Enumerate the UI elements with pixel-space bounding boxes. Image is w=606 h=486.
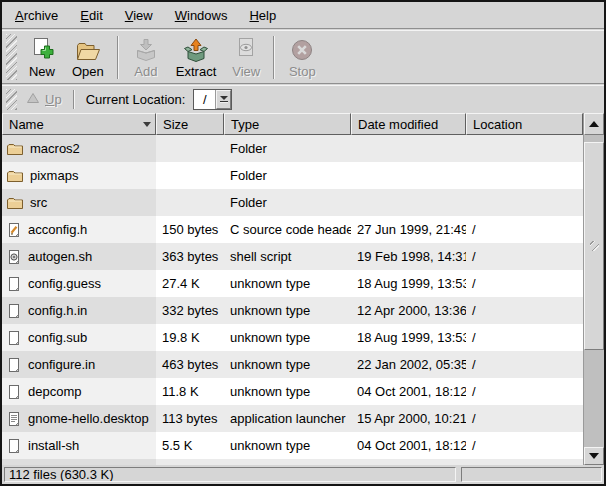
- column-header-label: Location: [473, 117, 522, 132]
- file-row[interactable]: pixmapsFolder: [2, 162, 583, 189]
- column-header-label: Type: [231, 117, 259, 132]
- cell-size: [156, 459, 224, 465]
- file-row[interactable]: gnome-hello.desktop113 bytesapplication …: [2, 405, 583, 432]
- cell-date: 22 Jan 2002, 05:35: [351, 351, 466, 378]
- menu-archive[interactable]: Archive: [4, 5, 69, 26]
- cell-size: 363 bytes: [156, 243, 224, 270]
- toolbar-buttons: NewOpenAddExtractViewStop: [20, 33, 324, 82]
- toolbar-drag-handle[interactable]: [6, 34, 17, 80]
- column-header-label: Date modified: [358, 117, 438, 132]
- file-name: src: [30, 195, 47, 210]
- scrollbar-up-button[interactable]: [584, 113, 604, 135]
- document-icon: [6, 357, 22, 373]
- menu-edit[interactable]: Edit: [69, 5, 113, 26]
- file-row[interactable]: acconfig.h150 bytesC source code header2…: [2, 216, 583, 243]
- file-name: config.h.in: [28, 303, 87, 318]
- cell-type: unknown type: [224, 378, 351, 405]
- cell-location: [466, 189, 583, 216]
- cell-size: 27.4 K: [156, 270, 224, 297]
- menubar: Archive Edit View Windows Help: [2, 2, 604, 28]
- cell-location: /: [466, 216, 583, 243]
- column-header-location[interactable]: Location: [466, 113, 583, 135]
- cell-type: shell script: [224, 243, 351, 270]
- document-icon: [6, 465, 22, 466]
- file-row[interactable]: srcFolder: [2, 189, 583, 216]
- locationbar-drag-handle[interactable]: [6, 89, 17, 110]
- script-file-icon: [6, 249, 22, 265]
- cell-name: macros2: [2, 135, 156, 162]
- extract-icon: [182, 35, 210, 63]
- scrollbar-down-button[interactable]: [584, 447, 604, 465]
- scroll-up-icon: [589, 121, 599, 127]
- column-header-type[interactable]: Type: [224, 113, 351, 135]
- cell-size: 332 bytes: [156, 297, 224, 324]
- file-row[interactable]: install-sh5.5 Kunknown type04 Oct 2001, …: [2, 432, 583, 459]
- cell-name: config.sub: [2, 324, 156, 351]
- cell-size: 5.5 K: [156, 432, 224, 459]
- cell-date: 04 Oct 2001, 18:12: [351, 378, 466, 405]
- cell-type: [224, 459, 351, 465]
- document-icon: [6, 276, 22, 292]
- file-row[interactable]: depcomp11.8 Kunknown type04 Oct 2001, 18…: [2, 378, 583, 405]
- folder-icon: [6, 195, 24, 211]
- file-name: pixmaps: [30, 168, 78, 183]
- cell-date: [351, 189, 466, 216]
- combo-dropdown-icon[interactable]: [216, 90, 231, 109]
- file-row[interactable]: config.sub19.8 Kunknown type18 Aug 1999,…: [2, 324, 583, 351]
- vertical-scrollbar: [583, 113, 604, 465]
- folder-icon: [6, 168, 24, 184]
- column-header-label: Name: [9, 117, 44, 132]
- cell-size: 463 bytes: [156, 351, 224, 378]
- extract-button[interactable]: Extract: [168, 33, 224, 82]
- cell-name: autogen.sh: [2, 243, 156, 270]
- cell-type: C source code header: [224, 216, 351, 243]
- cell-location: /: [466, 270, 583, 297]
- column-header-name[interactable]: Name: [2, 113, 156, 135]
- scrollbar-track[interactable]: [584, 135, 604, 447]
- cell-type: Folder: [224, 135, 351, 162]
- current-location-select[interactable]: /: [193, 89, 232, 110]
- cell-name: configure.in: [2, 351, 156, 378]
- cell-location: /: [466, 324, 583, 351]
- cell-name: src: [2, 189, 156, 216]
- document-icon: [6, 330, 22, 346]
- toolbar: NewOpenAddExtractViewStop: [2, 31, 604, 83]
- file-row[interactable]: [2, 459, 583, 465]
- cell-date: 18 Aug 1999, 13:53: [351, 270, 466, 297]
- cell-location: [466, 459, 583, 465]
- toolbar-button-label: View: [232, 64, 260, 79]
- cell-date: 15 Apr 2000, 10:21: [351, 405, 466, 432]
- column-header-date-modified[interactable]: Date modified: [351, 113, 466, 135]
- cell-type: unknown type: [224, 324, 351, 351]
- file-name: acconfig.h: [28, 222, 87, 237]
- cell-date: 12 Apr 2000, 13:36: [351, 297, 466, 324]
- cell-location: /: [466, 297, 583, 324]
- document-icon: [6, 303, 22, 319]
- file-name: config.guess: [28, 276, 101, 291]
- file-row[interactable]: configure.in463 bytesunknown type22 Jan …: [2, 351, 583, 378]
- stop-icon: [288, 35, 316, 63]
- new-button[interactable]: New: [20, 33, 64, 82]
- open-button[interactable]: Open: [64, 33, 112, 82]
- cell-name: config.guess: [2, 270, 156, 297]
- file-name: config.sub: [28, 330, 87, 345]
- menu-windows[interactable]: Windows: [164, 5, 239, 26]
- cell-size: 113 bytes: [156, 405, 224, 432]
- current-location-value: /: [194, 90, 216, 109]
- menu-help[interactable]: Help: [238, 5, 287, 26]
- file-row[interactable]: macros2Folder: [2, 135, 583, 162]
- toolbar-button-label: Add: [134, 64, 157, 79]
- menu-view[interactable]: View: [114, 5, 164, 26]
- column-header-size[interactable]: Size: [156, 113, 224, 135]
- cell-size: 11.8 K: [156, 378, 224, 405]
- file-name: install-sh: [28, 438, 79, 453]
- scrollbar-thumb[interactable]: [584, 142, 604, 350]
- cell-date: 27 Jun 1999, 21:49: [351, 216, 466, 243]
- file-row[interactable]: config.guess27.4 Kunknown type18 Aug 199…: [2, 270, 583, 297]
- cell-size: 150 bytes: [156, 216, 224, 243]
- file-row[interactable]: config.h.in332 bytesunknown type12 Apr 2…: [2, 297, 583, 324]
- cell-location: /: [466, 432, 583, 459]
- toolbar-button-label: Stop: [289, 64, 316, 79]
- file-row[interactable]: autogen.sh363 bytesshell script19 Feb 19…: [2, 243, 583, 270]
- cell-date: 18 Aug 1999, 13:53: [351, 324, 466, 351]
